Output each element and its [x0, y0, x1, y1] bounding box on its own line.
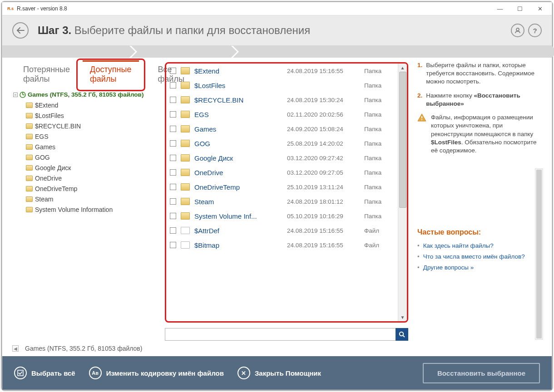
search-button[interactable]: [396, 328, 408, 341]
folder-icon: [181, 169, 190, 176]
instructions-panel: 1.Выберите файлы и папки, которые требуе…: [412, 58, 544, 341]
file-checkbox[interactable]: [170, 198, 176, 205]
file-row[interactable]: $LostFilesПапка: [166, 78, 398, 93]
tree-item[interactable]: Google Диск: [13, 162, 165, 173]
file-date: 24.08.2019 18:01:12: [287, 198, 364, 205]
file-checkbox[interactable]: [170, 227, 176, 234]
folder-icon: [181, 212, 190, 220]
scroll-thumb[interactable]: [399, 72, 406, 208]
file-row[interactable]: $RECYCLE.BIN24.08.2019 15:30:24Папка: [166, 93, 398, 107]
disk-icon: [20, 92, 26, 98]
file-type: Папка: [364, 155, 394, 162]
tree-item[interactable]: $LostFiles: [13, 110, 165, 121]
close-helper-icon: ✕: [237, 367, 250, 379]
file-row[interactable]: OneDriveTemp25.10.2019 13:11:24Папка: [166, 180, 398, 194]
file-date: 05.10.2019 10:16:29: [287, 213, 364, 220]
search-input[interactable]: [165, 328, 396, 341]
breadcrumb-back-icon[interactable]: ◀: [12, 345, 19, 352]
file-date: 03.12.2020 09:27:05: [287, 169, 364, 176]
file-checkbox[interactable]: [170, 111, 176, 118]
tree-item[interactable]: GOG: [13, 152, 165, 162]
back-button[interactable]: [12, 22, 29, 39]
file-row[interactable]: Google Диск03.12.2020 09:27:42Папка: [166, 151, 398, 165]
file-row[interactable]: Steam24.08.2019 18:01:12Папка: [166, 194, 398, 209]
file-checkbox[interactable]: [170, 126, 176, 132]
tree-item[interactable]: $Extend: [13, 100, 165, 110]
select-all-button[interactable]: Выбрать всё: [14, 367, 75, 379]
file-row[interactable]: System Volume Inf...05.10.2019 10:16:29П…: [166, 209, 398, 223]
svg-rect-5: [421, 119, 422, 120]
folder-icon: [181, 96, 190, 103]
file-row[interactable]: $AttrDef24.08.2019 15:16:55Файл: [166, 223, 398, 238]
file-name: EGS: [194, 111, 287, 118]
tree-item[interactable]: Steam: [13, 194, 165, 204]
file-date: 25.08.2019 14:20:02: [287, 140, 364, 147]
close-button[interactable]: ✕: [530, 2, 550, 15]
tab-available-files[interactable]: Доступные файлы: [80, 61, 142, 88]
folder-icon: [26, 113, 33, 118]
app-icon: R.s: [7, 5, 14, 12]
step-text: Выберите файлы и папки для восстановлени…: [74, 24, 310, 36]
file-checkbox[interactable]: [170, 242, 176, 248]
tree-item[interactable]: OneDriveTemp: [13, 183, 165, 194]
progress-steps: [2, 46, 552, 58]
file-checkbox[interactable]: [170, 97, 176, 103]
file-row[interactable]: EGS02.11.2020 20:02:56Папка: [166, 107, 398, 122]
minimize-button[interactable]: —: [490, 2, 510, 15]
file-checkbox[interactable]: [170, 169, 176, 176]
file-checkbox[interactable]: [170, 213, 176, 219]
encoding-label: Изменить кодировку имён файлов: [106, 369, 224, 377]
change-encoding-button[interactable]: Ав Изменить кодировку имён файлов: [89, 367, 224, 379]
file-row[interactable]: GOG25.08.2019 14:20:02Папка: [166, 136, 398, 151]
restore-button[interactable]: Восстановить выбранное: [423, 363, 540, 383]
file-list-panel: $Extend24.08.2019 15:16:55Папка$LostFile…: [165, 62, 408, 323]
file-name: Games: [194, 125, 287, 133]
maximize-button[interactable]: ☐: [510, 2, 530, 15]
tree-item-label: System Volume Information: [35, 206, 113, 213]
file-name: System Volume Inf...: [194, 212, 287, 220]
file-checkbox[interactable]: [170, 184, 176, 190]
warning-icon: [417, 113, 426, 122]
tree-item[interactable]: Games: [13, 142, 165, 152]
folder-icon: [26, 186, 33, 191]
folder-icon: [181, 111, 190, 118]
tree-item[interactable]: EGS: [13, 131, 165, 142]
file-row[interactable]: $Bitmap24.08.2019 15:16:55Файл: [166, 238, 398, 252]
step-1-text: Выберите файлы и папки, которые требуетс…: [426, 61, 540, 86]
help-button[interactable]: ?: [528, 24, 542, 37]
faq-link-1[interactable]: Как здесь найти файлы?: [423, 242, 494, 250]
file-checkbox[interactable]: [170, 68, 176, 74]
file-checkbox[interactable]: [170, 155, 176, 161]
file-date: 24.08.2019 15:30:24: [287, 97, 364, 103]
faq-link-3[interactable]: Другие вопросы »: [423, 264, 474, 272]
close-helper-button[interactable]: ✕ Закрыть Помощник: [237, 367, 321, 379]
folder-icon: [181, 183, 190, 191]
svg-line-3: [403, 335, 405, 337]
scroll-up-icon[interactable]: ▲: [398, 64, 407, 72]
user-button[interactable]: [511, 24, 524, 37]
file-scrollbar[interactable]: ▲ ▼: [398, 64, 407, 321]
file-row[interactable]: OneDrive03.12.2020 09:27:05Папка: [166, 165, 398, 180]
tree-root[interactable]: − Games (NTFS, 355.2 Гб, 81053 файлов): [13, 91, 165, 98]
file-type: Папка: [364, 126, 394, 132]
file-list[interactable]: $Extend24.08.2019 15:16:55Папка$LostFile…: [166, 64, 398, 321]
folder-tree[interactable]: − Games (NTFS, 355.2 Гб, 81053 файлов) $…: [10, 91, 165, 215]
file-row[interactable]: Games24.09.2020 15:08:24Папка: [166, 122, 398, 136]
tree-item[interactable]: System Volume Information: [13, 204, 165, 215]
file-row[interactable]: $Extend24.08.2019 15:16:55Папка: [166, 64, 398, 78]
tree-item[interactable]: OneDrive: [13, 173, 165, 183]
file-checkbox[interactable]: [170, 82, 176, 88]
folder-icon: [26, 207, 33, 212]
faq-link-2[interactable]: Что за числа вместо имён файлов?: [423, 253, 525, 261]
file-date: 24.09.2020 15:08:24: [287, 126, 364, 132]
folder-icon: [26, 196, 33, 202]
folder-icon: [26, 165, 33, 171]
right-scrollbar[interactable]: [535, 168, 543, 340]
scroll-down-icon[interactable]: ▼: [398, 313, 407, 321]
tree-item[interactable]: $RECYCLE.BIN: [13, 121, 165, 131]
file-checkbox[interactable]: [170, 140, 176, 147]
file-name: OneDrive: [194, 169, 287, 176]
tab-lost-files[interactable]: Потерянные файлы: [13, 61, 80, 88]
step-header: Шаг 3. Выберите файлы и папки для восста…: [2, 15, 552, 46]
collapse-icon[interactable]: −: [13, 93, 18, 97]
